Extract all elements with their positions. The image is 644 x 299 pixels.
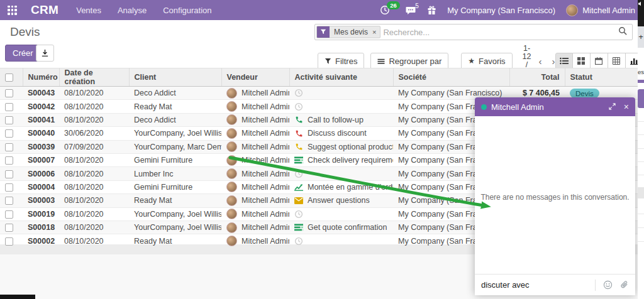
cell-activity: Answer questions <box>308 196 370 205</box>
header-activite[interactable]: Activité suivante <box>289 68 393 87</box>
download-icon <box>41 49 49 57</box>
graph-view-icon <box>630 57 638 65</box>
cell-date: 08/10/2020 <box>59 153 129 166</box>
menu-ventes[interactable]: Ventes <box>76 6 101 15</box>
cell-date: 08/10/2020 <box>59 100 129 113</box>
apps-menu-icon[interactable] <box>8 6 17 15</box>
page-title: Devis <box>10 25 40 39</box>
speaker-icon <box>638 0 644 26</box>
favorites-button[interactable]: ★ Favoris <box>461 53 512 70</box>
activity-icon[interactable] <box>294 210 303 219</box>
row-checkbox[interactable] <box>5 183 13 192</box>
cell-date: 08/10/2020 <box>59 113 129 126</box>
cell-vendeur: Mitchell Admin <box>242 116 289 124</box>
activity-icon[interactable] <box>294 223 303 232</box>
header-date[interactable]: Date de création <box>59 68 129 87</box>
facet-label: Mes devis <box>330 26 372 38</box>
cell-vendeur: Mitchell Admin <box>242 89 289 97</box>
cell-vendeur: Mitchell Admin <box>242 129 289 138</box>
attachment-icon[interactable] <box>620 280 629 290</box>
chat-header[interactable]: Mitchell Admin × <box>475 97 635 116</box>
pager-prev-button[interactable]: ‹ <box>539 56 542 67</box>
view-calendar-button[interactable] <box>591 53 608 70</box>
menu-analyse[interactable]: Analyse <box>118 6 147 15</box>
header-vendeur[interactable]: Vendeur <box>221 68 289 87</box>
activity-icon[interactable] <box>294 196 303 205</box>
row-checkbox[interactable] <box>5 170 13 178</box>
row-checkbox[interactable] <box>5 116 13 124</box>
user-menu[interactable]: Mitchell Admin <box>566 4 635 16</box>
cell-date: 08/10/2020 <box>59 167 129 180</box>
messages-icon[interactable]: 5 <box>406 6 416 15</box>
menu-configuration[interactable]: Configuration <box>163 6 211 15</box>
header-statut[interactable]: Statut <box>565 68 638 87</box>
row-checkbox[interactable] <box>5 237 13 246</box>
cell-numero: S00019 <box>23 207 59 220</box>
cell-activity: Call to follow-up <box>308 116 364 124</box>
activity-icon[interactable] <box>294 170 303 178</box>
cell-date: 08/10/2020 <box>59 194 129 207</box>
app-brand[interactable]: CRM <box>31 3 58 17</box>
calendar-view-icon <box>595 57 602 65</box>
row-checkbox[interactable] <box>5 197 13 205</box>
cell-numero: S00006 <box>23 167 59 180</box>
row-checkbox[interactable] <box>5 156 13 165</box>
search-input[interactable] <box>383 28 618 37</box>
cell-numero: S00042 <box>23 100 59 113</box>
header-client[interactable]: Client <box>129 68 221 87</box>
cell-vendeur: Mitchell Admin <box>242 183 289 192</box>
cell-client: Ready Mat <box>129 234 221 247</box>
cell-numero: S00043 <box>23 87 59 100</box>
tab-text-fragment: es <box>638 66 644 79</box>
salesperson-avatar <box>226 155 237 166</box>
online-status-dot <box>481 104 487 110</box>
cell-client: YourCompany, Joel Willis <box>129 127 221 140</box>
cell-date: 07/09/2020 <box>59 140 129 153</box>
salesperson-avatar <box>226 195 237 206</box>
row-checkbox[interactable] <box>5 224 13 232</box>
select-all-checkbox[interactable] <box>5 73 13 82</box>
activity-icon[interactable] <box>294 129 303 138</box>
export-button[interactable] <box>36 45 54 62</box>
row-checkbox[interactable] <box>5 143 13 151</box>
chat-close-icon[interactable]: × <box>624 102 629 112</box>
cell-vendeur: Mitchell Admin <box>242 102 289 111</box>
filters-button[interactable]: Filtres <box>318 53 364 70</box>
activities-icon[interactable]: 26 <box>380 5 390 15</box>
row-checkbox[interactable] <box>5 89 13 97</box>
activity-icon[interactable] <box>294 156 303 165</box>
row-checkbox[interactable] <box>5 210 13 219</box>
chat-window: Mitchell Admin × There are no messages i… <box>475 97 635 295</box>
emoji-icon[interactable] <box>603 280 613 290</box>
filter-funnel-icon <box>317 26 330 38</box>
star-icon: ★ <box>468 57 475 65</box>
chat-message-input[interactable] <box>481 280 595 290</box>
cell-activity: Get quote confirmation <box>308 223 387 232</box>
activity-icon[interactable] <box>294 102 303 111</box>
view-list-button[interactable] <box>555 53 573 70</box>
cell-client: Ready Mat <box>129 194 221 207</box>
facet-remove-icon[interactable]: × <box>372 26 380 38</box>
activity-icon[interactable] <box>294 237 303 246</box>
activity-icon[interactable] <box>294 89 303 97</box>
header-total[interactable]: Total <box>509 68 565 87</box>
view-kanban-button[interactable] <box>573 53 591 70</box>
activity-icon[interactable] <box>294 143 303 151</box>
company-switcher[interactable]: My Company (San Francisco) <box>447 6 555 15</box>
cell-date: 08/10/2020 <box>59 220 129 234</box>
activity-icon[interactable] <box>294 183 303 192</box>
row-checkbox[interactable] <box>5 129 13 138</box>
search-icon[interactable] <box>618 26 627 38</box>
groupby-icon <box>377 58 385 65</box>
groupby-button[interactable]: Regrouper par <box>370 53 448 70</box>
cell-activity: Suggest optional products <box>308 143 393 151</box>
view-pivot-button[interactable] <box>608 53 626 70</box>
row-checkbox[interactable] <box>5 103 13 111</box>
cell-vendeur: Mitchell Admin <box>242 196 289 205</box>
header-societe[interactable]: Société <box>393 68 509 87</box>
cell-numero: S00018 <box>23 220 59 234</box>
gift-icon[interactable] <box>427 6 436 15</box>
chat-expand-icon[interactable] <box>609 102 616 112</box>
header-numero[interactable]: Numéro <box>23 68 59 87</box>
activity-icon[interactable] <box>294 116 303 124</box>
